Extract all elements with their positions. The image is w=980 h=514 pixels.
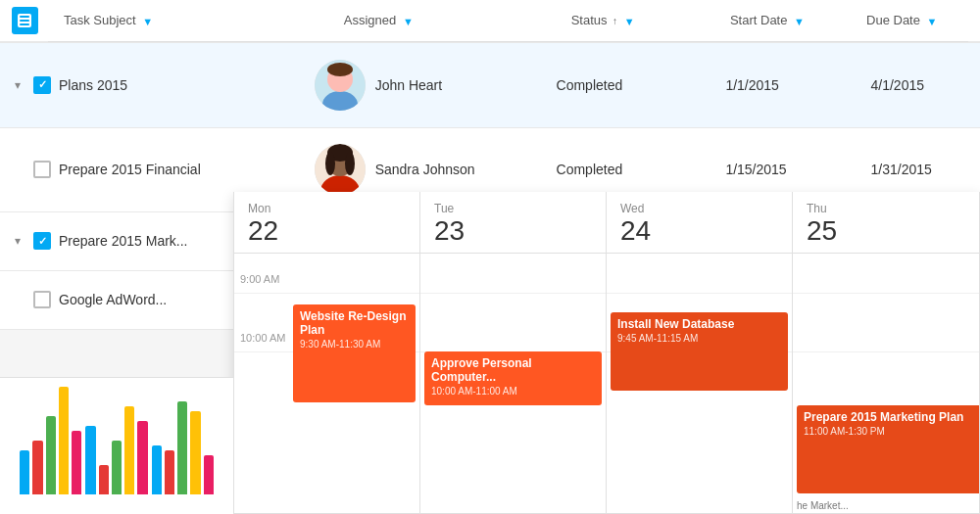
status-filter-icon[interactable]: ▼ — [624, 16, 635, 27]
time-label: 9:00 AM — [240, 273, 279, 285]
person-name: John Heart — [375, 77, 442, 93]
calendar-event[interactable]: Install New Database 9:45 AM-11:15 AM — [611, 312, 788, 391]
event-title: Website Re-Design Plan — [300, 309, 409, 337]
task-checkbox[interactable] — [33, 291, 51, 308]
col-assigned-label: Assigned — [344, 13, 396, 27]
app-header: Task Subject ▼ Assigned ▼ Status ↑ ▼ Sta… — [0, 0, 980, 43]
calendar-day-wed: Wed 24 Install New Database 9:45 AM-11:1… — [607, 192, 793, 513]
due-date-cell: 4/1/2015 — [859, 43, 980, 127]
task-checkbox[interactable] — [33, 232, 51, 250]
event-time: 11:00 AM-1:30 PM — [804, 426, 972, 437]
status-value: Completed — [557, 77, 623, 93]
due-date-filter-icon[interactable]: ▼ — [927, 16, 938, 27]
start-date-cell: 1/1/2015 — [713, 43, 858, 127]
bar — [190, 411, 200, 494]
chart-area — [0, 377, 233, 514]
day-number: 22 — [248, 217, 406, 245]
col-task-subject-label: Task Subject — [64, 13, 136, 27]
bar — [99, 465, 109, 494]
day-header: Tue 23 — [420, 192, 606, 254]
event-title: Prepare 2015 Marketing Plan — [804, 410, 972, 424]
day-header: Thu 25 — [793, 192, 979, 254]
bar — [112, 441, 122, 494]
svg-point-8 — [325, 152, 335, 175]
event-time: 9:30 AM-11:30 AM — [300, 339, 409, 350]
day-body: 9:00 AM 10:00 AM Website Re-Design Plan … — [234, 254, 419, 513]
day-body: Approve Personal Computer... 10:00 AM-11… — [420, 254, 606, 513]
start-date-value: 1/15/2015 — [725, 162, 786, 177]
day-name: Tue — [434, 202, 592, 215]
col-due-date: Due Date ▼ — [855, 0, 968, 42]
bar-group — [85, 406, 147, 494]
expand-button[interactable]: ▾ — [10, 77, 25, 93]
bar — [72, 431, 81, 494]
task-checkbox[interactable] — [33, 76, 51, 94]
start-date-value: 1/1/2015 — [725, 77, 779, 93]
task-name: Prepare 2015 Financial — [59, 162, 201, 177]
col-status-label: Status — [571, 13, 608, 27]
calendar-day-mon: Mon 22 9:00 AM 10:00 AM Website Re-Desig… — [234, 192, 420, 513]
event-time: 10:00 AM-11:00 AM — [431, 386, 595, 397]
bar — [177, 401, 187, 494]
bar-group — [20, 387, 81, 494]
col-task-subject: Task Subject ▼ — [48, 0, 332, 42]
calendar-day-thu: Thu 25 Prepare 2015 Marketing Plan 11:00… — [793, 192, 979, 513]
due-date-value: 4/1/2015 — [871, 77, 925, 93]
task-name: Google AdWord... — [59, 292, 167, 307]
due-date-value: 1/31/2015 — [871, 162, 932, 177]
status-value: Completed — [557, 162, 623, 177]
col-start-date-label: Start Date — [730, 13, 788, 27]
status-cell: Completed — [545, 43, 714, 127]
calendar-day-tue: Tue 23 Approve Personal Computer... 10:0… — [420, 192, 607, 513]
bar — [204, 455, 214, 494]
app-logo — [12, 7, 38, 34]
bar — [20, 450, 29, 494]
bar — [85, 426, 95, 494]
event-time: 9:45 AM-11:15 AM — [617, 333, 781, 344]
bar-group — [152, 401, 214, 494]
calendar-event[interactable]: Website Re-Design Plan 9:30 AM-11:30 AM — [293, 304, 416, 402]
task-name: Prepare 2015 Mark... — [59, 233, 188, 249]
task-subject-cell: ▾ Plans 2015 — [0, 43, 303, 127]
person-name: Sandra Johnson — [375, 162, 475, 177]
event-title: Install New Database — [617, 317, 781, 331]
day-number: 23 — [434, 217, 592, 245]
day-header: Wed 24 — [607, 192, 792, 254]
bottom-label: he Market... — [797, 500, 975, 511]
expand-button[interactable]: ▾ — [10, 233, 25, 249]
assignee-cell: John Heart — [303, 43, 545, 127]
svg-point-3 — [327, 63, 353, 76]
bar — [59, 387, 69, 494]
col-assigned: Assigned ▼ — [332, 0, 560, 42]
avatar — [315, 144, 366, 195]
avatar — [315, 60, 366, 111]
calendar-event[interactable]: Prepare 2015 Marketing Plan 11:00 AM-1:3… — [797, 405, 979, 493]
task-subject-filter-icon[interactable]: ▼ — [142, 16, 153, 27]
start-date-filter-icon[interactable]: ▼ — [794, 16, 805, 27]
time-label: 10:00 AM — [240, 332, 285, 344]
assigned-filter-icon[interactable]: ▼ — [403, 16, 414, 27]
day-number: 25 — [807, 217, 965, 245]
event-title: Approve Personal Computer... — [431, 356, 595, 384]
day-body: Install New Database 9:45 AM-11:15 AM — [607, 254, 792, 513]
bar — [165, 450, 174, 494]
day-number: 24 — [620, 217, 778, 245]
bar — [46, 416, 56, 494]
calendar-event[interactable]: Approve Personal Computer... 10:00 AM-11… — [424, 351, 602, 405]
day-name: Thu — [807, 202, 965, 215]
calendar-overlay: Mon 22 9:00 AM 10:00 AM Website Re-Desig… — [233, 192, 980, 514]
status-sort-icon[interactable]: ↑ — [612, 16, 617, 26]
bar — [124, 406, 134, 494]
day-body: Prepare 2015 Marketing Plan 11:00 AM-1:3… — [793, 254, 979, 513]
table-row: ▾ Plans 2015 — [0, 43, 980, 127]
task-name: Plans 2015 — [59, 77, 127, 93]
day-name: Wed — [620, 202, 778, 215]
bar — [137, 421, 147, 494]
col-due-date-label: Due Date — [866, 13, 920, 27]
day-header: Mon 22 — [234, 192, 419, 254]
bar — [152, 445, 162, 494]
col-start-date: Start Date ▼ — [718, 0, 855, 42]
svg-point-9 — [345, 152, 355, 175]
task-checkbox[interactable] — [33, 161, 51, 178]
day-name: Mon — [248, 202, 406, 215]
